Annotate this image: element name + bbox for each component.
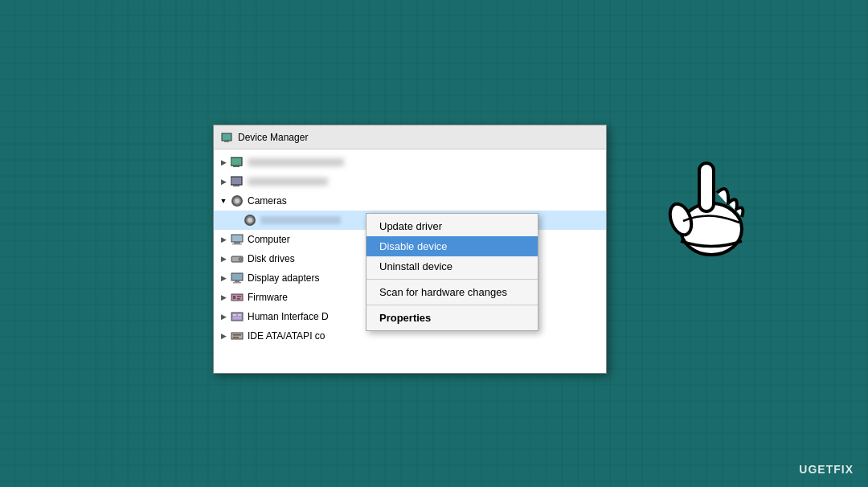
firmware-label: Firmware [248,292,288,303]
svg-rect-11 [231,273,243,280]
svg-rect-13 [233,282,241,284]
cameras-label: Cameras [248,195,287,207]
camera-icon [230,194,244,208]
disk-drives-label: Disk drives [248,253,295,264]
update-driver-item[interactable]: Update driver [366,216,538,236]
svg-point-26 [666,201,695,238]
svg-point-25 [681,203,742,255]
svg-rect-0 [222,133,231,141]
svg-rect-6 [231,235,243,242]
svg-rect-21 [233,317,241,319]
expand-icon: ▶ [217,175,230,188]
svg-rect-7 [234,242,240,244]
expand-icon: ▶ [217,272,230,284]
computer-icon [230,232,244,247]
expand-icon: ▶ [217,156,230,169]
display-adapters-label: Display adapters [248,272,319,284]
svg-point-10 [239,257,242,260]
uninstall-device-item[interactable]: Uninstall device [366,256,538,276]
computer-label: Computer [248,234,290,245]
svg-rect-16 [237,296,241,297]
context-menu: Update driver Disable device Uninstall d… [366,213,538,331]
separator-2 [366,305,538,305]
blurred-label [248,178,328,186]
svg-rect-12 [235,280,240,282]
camera-sub-label [260,216,341,224]
ide-label: IDE ATA/ATAPI co [248,330,325,342]
title-bar: Device Manager [214,125,606,149]
properties-item[interactable]: Properties [366,308,538,328]
title-bar-icon [220,131,233,144]
svg-rect-8 [232,244,242,245]
expand-icon: ▶ [217,310,230,323]
svg-rect-18 [231,313,243,321]
svg-rect-22 [231,333,243,339]
hid-icon [230,309,244,324]
svg-rect-20 [238,314,241,316]
svg-rect-4 [231,177,242,185]
separator-1 [366,279,538,280]
expand-icon: ▶ [217,291,230,304]
firmware-icon [230,290,244,305]
scan-hardware-item[interactable]: Scan for hardware changes [366,282,538,302]
title-bar-text: Device Manager [238,132,600,143]
svg-rect-15 [233,296,235,299]
hand-cursor-overlay [659,149,764,261]
expand-icon: ▶ [217,233,230,246]
svg-rect-5 [233,185,240,186]
disk-icon [230,252,244,266]
svg-rect-17 [237,298,240,300]
svg-rect-1 [224,141,229,142]
expand-icon: ▼ [217,194,230,207]
expand-icon: ▶ [217,252,230,265]
device-icon [230,174,244,189]
cameras-item[interactable]: ▼ Cameras [214,191,606,211]
hid-label: Human Interface D [248,311,329,322]
display-icon [230,271,244,285]
svg-rect-23 [233,334,241,336]
svg-rect-24 [233,337,239,338]
blurred-label [248,158,344,166]
disable-device-item[interactable]: Disable device [366,236,538,256]
list-item[interactable]: ▶ [214,153,606,172]
expand-icon: ▶ [217,329,230,342]
list-item[interactable]: ▶ [214,172,606,191]
svg-rect-3 [233,166,240,167]
watermark: UGETFIX [799,463,854,476]
camera-sub-icon [243,213,257,227]
svg-rect-27 [699,163,714,211]
svg-rect-19 [233,314,236,316]
svg-rect-2 [231,158,242,166]
device-icon [230,155,244,170]
ide-icon [230,329,244,343]
